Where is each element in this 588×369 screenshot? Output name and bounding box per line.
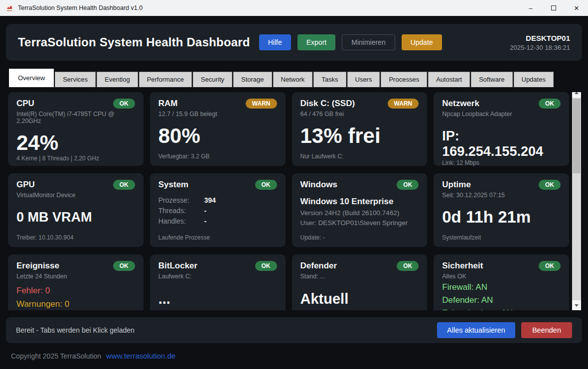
kv-value: 394 (204, 196, 216, 204)
card-ram: RAM WARN 12.7 / 15.9 GB belegt 80% Verfu… (150, 92, 286, 166)
card-title: System (158, 180, 188, 190)
card-subtitle: Letzte 24 Stunden (16, 273, 135, 280)
refresh-all-button[interactable]: Alles aktualisieren (437, 322, 515, 339)
card-title: Uptime (442, 180, 471, 190)
card-title: Sicherheit (442, 261, 483, 271)
card-security: Sicherheit OK Alles OK Firewall: AN Defe… (434, 254, 569, 310)
header: TerraSolution System Health Dashboard Hi… (6, 24, 582, 61)
status-badge: OK (113, 261, 135, 271)
card-title: BitLocker (158, 261, 197, 271)
card-disk: Disk C: (SSD) WARN 64 / 476 GB frei 13% … (292, 92, 428, 166)
disk-free-value: 13% frei (300, 124, 419, 148)
scrollbar-thumb[interactable] (573, 99, 581, 173)
card-grid: CPU OK Intel(R) Core(TM) i7-4785T CPU @ … (8, 92, 569, 310)
minimize-app-button[interactable]: Minimieren (342, 34, 395, 50)
card-footer: 4 Kerne | 8 Threads | 2,20 GHz (16, 155, 135, 162)
minimize-button[interactable]: – (519, 0, 542, 16)
tab-users[interactable]: Users (347, 72, 380, 87)
tab-network[interactable]: Network (273, 72, 313, 87)
card-subtitle: Laufwerk C: (158, 273, 277, 280)
security-firewall: Firewall: AN (442, 282, 561, 292)
card-subtitle: Stand: ... (300, 273, 419, 280)
tab-processes[interactable]: Processes (381, 72, 427, 87)
kv-value: - (204, 207, 207, 215)
scroll-down-icon (575, 304, 579, 307)
status-badge: WARN (246, 99, 277, 109)
update-button[interactable]: Update (402, 34, 442, 50)
card-footer: Systemlaufzeit (442, 234, 561, 241)
tab-performance[interactable]: Performance (139, 72, 192, 87)
cpu-usage-value: 24% (16, 131, 135, 155)
scroll-up-icon (575, 92, 579, 94)
close-button[interactable]: ✕ (565, 0, 588, 16)
system-row-processes: Prozesse: 394 (158, 196, 277, 204)
windows-user: User: DESKTOP01\Steven Springer (300, 219, 419, 227)
tab-updates[interactable]: Updates (514, 72, 554, 87)
card-title: Defender (300, 261, 337, 271)
card-subtitle: Npcap Loopback Adapter (442, 111, 561, 118)
vertical-scrollbar[interactable] (572, 92, 581, 310)
quit-button[interactable]: Beenden (521, 322, 572, 339)
tab-tasks[interactable]: Tasks (313, 72, 346, 87)
scrollbar-down-button[interactable] (572, 300, 581, 310)
security-defender: Defender: AN (442, 295, 561, 305)
tab-eventlog[interactable]: Eventlog (97, 72, 138, 87)
card-uptime: Uptime OK Seit: 30.12.2025 07:15 0d 11h … (434, 173, 569, 247)
kv-value: - (204, 217, 207, 225)
status-badge: WARN (388, 99, 419, 109)
card-cpu: CPU OK Intel(R) Core(TM) i7-4785T CPU @ … (8, 92, 144, 166)
tab-autostart[interactable]: Autostart (428, 72, 470, 87)
copyright-text: Copyright 2025 TerraSolution (11, 352, 101, 360)
close-icon: ✕ (574, 4, 580, 12)
status-text: Bereit - Tabs werden bei Klick geladen (16, 326, 135, 334)
card-windows: Windows OK Windows 10 Enterprise Version… (292, 173, 428, 247)
status-badge: OK (113, 180, 135, 190)
events-errors: Fehler: 0 (16, 286, 135, 296)
card-title: CPU (16, 99, 34, 109)
status-badge: OK (397, 180, 419, 190)
scrollbar-track[interactable] (572, 98, 581, 300)
export-button[interactable]: Export (297, 34, 335, 50)
help-button[interactable]: Hilfe (259, 34, 291, 50)
status-badge: OK (255, 261, 277, 271)
card-footer: Verfuegbar: 3.2 GB (158, 153, 277, 160)
timestamp: 2025-12-30 18:36:21 (510, 44, 570, 51)
system-row-threads: Threads: - (158, 207, 277, 215)
status-badge: OK (539, 99, 561, 109)
tab-storage[interactable]: Storage (233, 72, 272, 87)
tab-overview[interactable]: Overview (9, 69, 54, 87)
bitlocker-value: ... (158, 291, 277, 307)
card-title: Ereignisse (16, 261, 59, 271)
overview-panel: CPU OK Intel(R) Core(TM) i7-4785T CPU @ … (6, 92, 582, 310)
card-footer: Laufende Prozesse (158, 234, 277, 241)
tab-security[interactable]: Security (193, 72, 232, 87)
scrollbar-up-button[interactable] (572, 92, 581, 98)
tab-services[interactable]: Services (55, 72, 96, 87)
card-events: Ereignisse OK Letzte 24 Stunden Fehler: … (8, 254, 144, 310)
card-title: Windows (300, 180, 337, 190)
events-warnings: Warnungen: 0 (16, 299, 135, 309)
card-subtitle: 64 / 476 GB frei (300, 111, 419, 118)
tab-software[interactable]: Software (471, 72, 512, 87)
card-subtitle: 12.7 / 15.9 GB belegt (158, 111, 277, 118)
kv-label: Handles: (158, 217, 204, 225)
status-badge: OK (113, 99, 135, 109)
status-bar: Bereit - Tabs werden bei Klick geladen A… (6, 317, 582, 343)
card-defender: Defender OK Stand: ... Aktuell (292, 254, 428, 310)
security-realtime: Echtzeitschutz: AN (442, 308, 561, 310)
maximize-button[interactable] (542, 0, 565, 16)
card-footer: Nur Laufwerk C: (300, 153, 419, 160)
tab-bar: Overview Services Eventlog Performance S… (9, 69, 588, 87)
vram-value: 0 MB VRAM (16, 210, 135, 225)
kv-label: Threads: (158, 207, 204, 215)
card-subtitle: Seit: 30.12.2025 07:15 (442, 192, 561, 199)
hostname: DESKTOP01 (510, 34, 570, 42)
defender-value: Aktuell (300, 291, 419, 307)
status-badge: OK (539, 180, 561, 190)
status-badge: OK (539, 261, 561, 271)
website-link[interactable]: www.terrasolution.de (106, 352, 175, 360)
status-badge: OK (255, 180, 277, 190)
card-gpu: GPU OK VirtualMonitor Device 0 MB VRAM T… (8, 173, 144, 247)
windows-product: Windows 10 Enterprise (300, 197, 419, 207)
card-system: System OK Prozesse: 394 Threads: - Handl… (150, 173, 286, 247)
